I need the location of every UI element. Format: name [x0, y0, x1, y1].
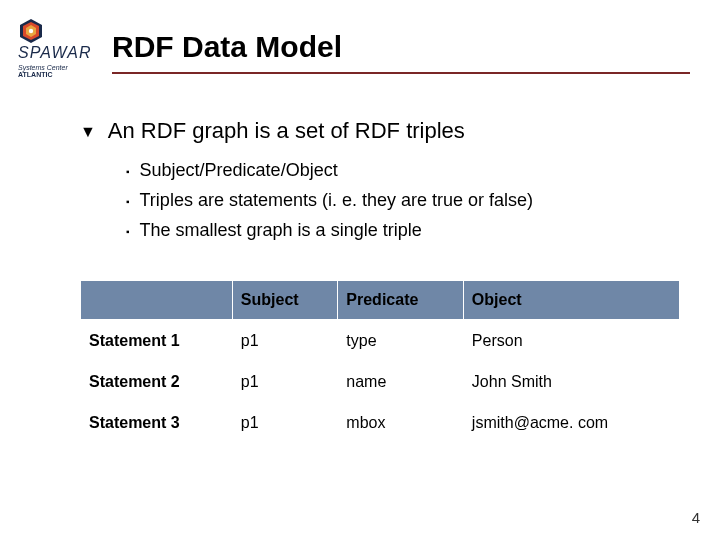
square-bullet-icon: ▪	[126, 160, 130, 184]
down-triangle-icon: ▼	[80, 118, 96, 146]
logo-main-text: SPAWAR	[18, 44, 92, 61]
table-cell: name	[338, 362, 464, 403]
content-area: ▼ An RDF graph is a set of RDF triples ▪…	[80, 118, 660, 445]
sub-bullet-text: The smallest graph is a single triple	[140, 220, 422, 241]
table-header-cell: Object	[463, 281, 679, 321]
table-header-cell: Subject	[232, 281, 337, 321]
table-row: Statement 2 p1 name John Smith	[81, 362, 680, 403]
table-row: Statement 1 p1 type Person	[81, 321, 680, 362]
sub-bullet: ▪ The smallest graph is a single triple	[126, 220, 660, 244]
table-cell: p1	[232, 362, 337, 403]
header: RDF Data Model	[112, 30, 690, 74]
table-cell: p1	[232, 403, 337, 444]
svg-point-3	[29, 29, 33, 33]
main-bullet: ▼ An RDF graph is a set of RDF triples	[80, 118, 660, 146]
sub-bullet: ▪ Triples are statements (i. e. they are…	[126, 190, 660, 214]
table-cell: John Smith	[463, 362, 679, 403]
sub-bullet-text: Subject/Predicate/Object	[140, 160, 338, 181]
square-bullet-icon: ▪	[126, 220, 130, 244]
table-cell: p1	[232, 321, 337, 362]
row-label-cell: Statement 2	[81, 362, 233, 403]
rdf-triples-table: Subject Predicate Object Statement 1 p1 …	[80, 280, 680, 445]
sub-bullet: ▪ Subject/Predicate/Object	[126, 160, 660, 184]
table-header-cell: Predicate	[338, 281, 464, 321]
page-number: 4	[692, 509, 700, 526]
table-row: Statement 3 p1 mbox jsmith@acme. com	[81, 403, 680, 444]
logo-block: SPAWAR Systems Center ATLANTIC	[18, 18, 103, 78]
main-bullet-text: An RDF graph is a set of RDF triples	[108, 118, 465, 144]
table-cell: jsmith@acme. com	[463, 403, 679, 444]
table-cell: type	[338, 321, 464, 362]
square-bullet-icon: ▪	[126, 190, 130, 214]
table-header-cell	[81, 281, 233, 321]
table-cell: mbox	[338, 403, 464, 444]
logo-sub-text-1: Systems Center	[18, 64, 103, 71]
table-header-row: Subject Predicate Object	[81, 281, 680, 321]
logo-sub-text-2: ATLANTIC	[18, 71, 103, 78]
row-label-cell: Statement 3	[81, 403, 233, 444]
slide-title: RDF Data Model	[112, 30, 690, 64]
table-cell: Person	[463, 321, 679, 362]
row-label-cell: Statement 1	[81, 321, 233, 362]
sub-bullet-text: Triples are statements (i. e. they are t…	[140, 190, 534, 211]
